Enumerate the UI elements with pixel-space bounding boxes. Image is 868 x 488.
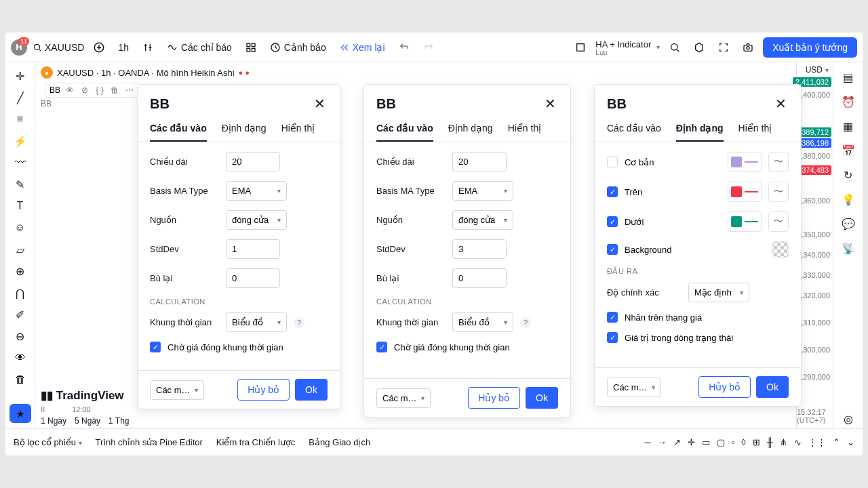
- tab-inputs[interactable]: Các đầu vào: [376, 117, 433, 142]
- eye-tool[interactable]: 👁: [9, 348, 31, 367]
- basic-color[interactable]: [728, 152, 762, 172]
- tf-select[interactable]: Biểu đồ▾: [452, 312, 513, 332]
- emoji-tool[interactable]: ☺: [9, 218, 31, 237]
- eye-icon[interactable]: 👁: [64, 85, 75, 96]
- eye-off-icon[interactable]: ⊘: [79, 85, 90, 96]
- indicator-pill[interactable]: BB 👁 ⊘ { } 🗑 ⋯: [45, 83, 140, 98]
- publish-button[interactable]: Xuất bản ý tưởng: [763, 37, 857, 58]
- watchlist-icon[interactable]: ▤: [837, 68, 859, 87]
- code-icon[interactable]: { }: [94, 85, 105, 96]
- replay-button[interactable]: Xem lại: [336, 39, 389, 56]
- trash-tool[interactable]: 🗑: [9, 370, 31, 389]
- symbol-search[interactable]: XAUUSD: [33, 42, 84, 53]
- target-icon[interactable]: ◎: [837, 409, 859, 428]
- pattern-tool[interactable]: ⚡: [9, 131, 31, 150]
- search-icon-button[interactable]: [665, 38, 684, 57]
- chat-icon[interactable]: 💬: [837, 214, 859, 233]
- camera-button[interactable]: [738, 38, 757, 57]
- wait-checkbox[interactable]: ✓: [376, 342, 387, 352]
- cursor-tool[interactable]: ✛: [9, 66, 31, 85]
- calendar-icon[interactable]: 📅: [837, 141, 859, 160]
- menu-select[interactable]: Các m…▾: [150, 380, 204, 400]
- ha-indicator-menu[interactable]: HA + Indicator Lưu: [595, 38, 651, 56]
- pine-editor-tab[interactable]: Trình chỉnh sửa Pine Editor: [96, 437, 203, 447]
- ok-button[interactable]: Ok: [756, 376, 789, 398]
- tab-inputs[interactable]: Các đầu vào: [607, 117, 661, 142]
- tab-format[interactable]: Định dạng: [448, 117, 493, 142]
- price-axis[interactable]: USD ▾ 2,411,032 2,400,000 2,389,712 2,38…: [796, 62, 833, 428]
- ok-button[interactable]: Ok: [526, 387, 558, 409]
- tab-display[interactable]: Hiển thị: [738, 117, 772, 142]
- ok-button[interactable]: Ok: [295, 379, 328, 401]
- menu-select[interactable]: Các m…▾: [607, 378, 661, 397]
- user-avatar[interactable]: H 11: [11, 39, 27, 56]
- rect-tool-icon[interactable]: ▢: [717, 437, 725, 447]
- chart-type-button[interactable]: [138, 38, 157, 57]
- indicators-button[interactable]: Các chỉ báo: [163, 39, 236, 56]
- trading-panel-tab[interactable]: Bảng Giao dịch: [309, 437, 370, 447]
- menu-select[interactable]: Các m…▾: [376, 388, 431, 408]
- upper-color[interactable]: [728, 182, 762, 202]
- fib-tool-icon[interactable]: ╫: [767, 437, 773, 447]
- strategy-tester-tab[interactable]: Kiểm tra Chiến lược: [216, 437, 296, 447]
- alerts-icon[interactable]: ⏰: [837, 92, 859, 111]
- close-button[interactable]: ✕: [311, 96, 328, 112]
- stddev-input[interactable]: [452, 239, 507, 259]
- add-symbol-button[interactable]: [90, 38, 108, 57]
- range-tab[interactable]: 1 Thg: [108, 416, 129, 426]
- price-label-checkbox[interactable]: ✓: [607, 312, 618, 323]
- layout-button[interactable]: [241, 38, 260, 57]
- range-tab[interactable]: 1 Ngày: [41, 416, 66, 426]
- source-select[interactable]: đóng cửa▾: [226, 210, 287, 230]
- ruler-tool[interactable]: ▱: [9, 240, 31, 259]
- ideas-icon[interactable]: 💡: [837, 190, 859, 209]
- status-checkbox[interactable]: ✓: [607, 332, 618, 343]
- trendline-tool[interactable]: ╱: [9, 88, 31, 107]
- lock-tool[interactable]: ⊖: [9, 327, 31, 346]
- shape-tool-icon[interactable]: ◊: [741, 437, 745, 447]
- ma-select[interactable]: EMA▾: [226, 181, 287, 201]
- down-icon[interactable]: ⌄: [847, 437, 854, 447]
- arrow-tool-icon[interactable]: →: [658, 437, 667, 447]
- alert-button[interactable]: Cảnh báo: [266, 39, 330, 56]
- fib-tool[interactable]: ≡: [9, 110, 31, 129]
- currency-select[interactable]: USD ▾: [806, 65, 829, 75]
- delete-icon[interactable]: 🗑: [109, 85, 120, 96]
- upper-linestyle[interactable]: 〜: [768, 182, 789, 202]
- source-select[interactable]: đóng cửa▾: [452, 210, 513, 230]
- tab-format[interactable]: Định dạng: [222, 117, 267, 142]
- cancel-button[interactable]: Hủy bỏ: [237, 379, 290, 401]
- wait-checkbox[interactable]: ✓: [150, 342, 161, 352]
- precision-select[interactable]: Mặc định▾: [688, 283, 749, 302]
- cross-tool-icon[interactable]: ✛: [688, 437, 695, 447]
- help-icon[interactable]: ?: [520, 317, 531, 328]
- tab-format[interactable]: Định dạng: [676, 117, 724, 142]
- basic-checkbox[interactable]: [607, 157, 618, 167]
- more-icon[interactable]: ⋯: [124, 85, 135, 96]
- bg-color[interactable]: [772, 241, 789, 258]
- magnet-tool[interactable]: ⋂: [9, 283, 31, 302]
- edit-tool[interactable]: ✐: [9, 305, 31, 324]
- prediction-tool[interactable]: 〰: [9, 153, 31, 172]
- ma-select[interactable]: EMA▾: [452, 181, 513, 201]
- cancel-button[interactable]: Hủy bỏ: [468, 387, 520, 409]
- up-icon[interactable]: ⌃: [833, 437, 840, 447]
- select-tool-icon[interactable]: ▭: [702, 437, 710, 447]
- gann-tool-icon[interactable]: ⋔: [780, 437, 787, 447]
- tab-display[interactable]: Hiển thị: [281, 117, 315, 142]
- settings-icon-button[interactable]: [690, 38, 709, 57]
- stddev-input[interactable]: [226, 239, 280, 259]
- hotlist-icon[interactable]: ▦: [837, 117, 859, 136]
- square-tool-icon[interactable]: ▫: [732, 437, 735, 447]
- trend-tool-icon[interactable]: ↗: [673, 437, 681, 447]
- brush-tool[interactable]: ✎: [9, 175, 31, 194]
- redo-button[interactable]: [419, 38, 438, 57]
- offset-input[interactable]: [226, 268, 280, 288]
- lower-color[interactable]: [728, 211, 762, 232]
- news-icon[interactable]: ↻: [837, 165, 859, 184]
- misc-tool-icon[interactable]: ⋮⋮: [808, 437, 826, 447]
- bg-checkbox[interactable]: ✓: [607, 244, 618, 255]
- timeframe-select[interactable]: 1h: [114, 39, 133, 56]
- line-tool-icon[interactable]: ─: [645, 437, 651, 447]
- chart-area[interactable]: ● XAUUSD · 1h · OANDA · Mô hình Heikin A…: [35, 62, 833, 428]
